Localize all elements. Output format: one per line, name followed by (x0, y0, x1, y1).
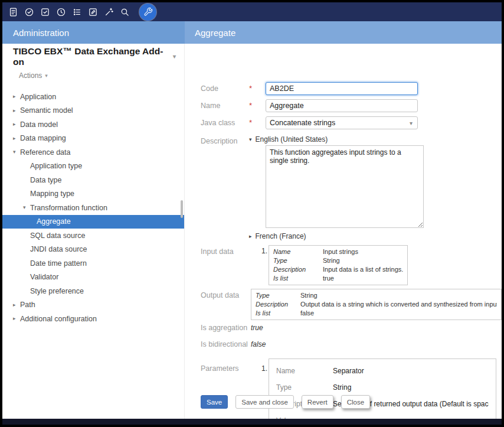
actions-label: Actions (19, 71, 42, 80)
is-aggregation-row: Is aggregation true (201, 321, 502, 332)
chevron-down-icon (249, 137, 252, 142)
chevron-right-icon (13, 108, 16, 113)
is-bidirectional-value: false (251, 338, 266, 348)
name-row: Name (201, 99, 502, 112)
locale-english-toggle[interactable]: English (United States) (249, 135, 328, 144)
description-textarea[interactable]: This function aggregates input strings t… (266, 145, 424, 228)
sidebar-item-sql-data-source[interactable]: SQL data source (2, 229, 184, 243)
sidebar-item-data-model[interactable]: Data model (2, 118, 184, 132)
record-section-title: Aggregate (195, 28, 235, 38)
record-form: Code Name Java class Concatenat (185, 44, 502, 419)
required-marker (249, 116, 266, 127)
admin-section-header: Administration (2, 21, 185, 44)
edit-icon[interactable] (87, 4, 99, 19)
sidebar-item-jndi-data-source[interactable]: JNDI data source (2, 243, 184, 257)
chevron-right-icon (13, 316, 16, 321)
sidebar-scrollbar[interactable] (181, 200, 183, 218)
section-header-bar: Administration Aggregate (2, 21, 502, 44)
save-button[interactable]: Save (201, 395, 228, 409)
sidebar-item-aggregate[interactable]: Aggregate (2, 215, 184, 229)
output-data-row: Output data TypeString DescriptionOutput… (201, 289, 502, 320)
required-marker (249, 82, 266, 93)
input-data-label: Input data (201, 245, 249, 285)
sidebar-item-application-type[interactable]: Application type (2, 159, 184, 174)
search-icon[interactable] (119, 4, 130, 19)
locale-english-label: English (United States) (256, 135, 328, 144)
close-button[interactable]: Close (341, 395, 370, 409)
chevron-right-icon (249, 234, 252, 239)
sidebar-item-validator[interactable]: Validator (2, 270, 184, 285)
sidebar-item-additional-configuration[interactable]: Additional configuration (2, 312, 184, 326)
input-data-table: NameInput strings TypeString Description… (269, 245, 408, 285)
sidebar-item-transformation-function[interactable]: Transformation function (2, 201, 184, 215)
chevron-right-icon (13, 122, 16, 127)
book-icon[interactable] (7, 4, 19, 19)
java-class-value: Concatenate strings (270, 119, 335, 127)
navigation-tree: Application Semantic model Data model Da… (2, 90, 184, 326)
wand-icon[interactable] (103, 4, 114, 19)
clock-icon[interactable] (55, 4, 67, 19)
locale-french-toggle[interactable]: French (France) (249, 232, 306, 241)
chevron-down-icon (23, 205, 26, 210)
bottom-strip (2, 419, 502, 425)
chevron-right-icon (13, 302, 16, 308)
is-bidirectional-row: Is bidirectional false (201, 338, 502, 348)
description-label: Description (201, 135, 249, 241)
dataset-title: TIBCO EBX™ Data Exchange Add-on (13, 46, 173, 67)
is-bidirectional-label: Is bidirectional (201, 338, 249, 348)
occurrence-index: 1. (261, 358, 269, 373)
action-bar: Save Save and close Revert Close (201, 395, 370, 409)
wrench-icon[interactable] (139, 4, 156, 21)
sidebar: TIBCO EBX™ Data Exchange Add-on Actions … (2, 44, 185, 419)
parameters-table: NameSeparator TypeString DescriptionSepa… (269, 358, 496, 419)
is-aggregation-label: Is aggregation (201, 321, 249, 332)
actions-menu[interactable]: Actions (19, 71, 48, 80)
chevron-down-icon (13, 149, 16, 155)
chevron-down-icon[interactable] (173, 53, 176, 60)
sidebar-item-application[interactable]: Application (2, 90, 184, 104)
sidebar-item-semantic-model[interactable]: Semantic model (2, 104, 184, 118)
output-data-label: Output data (201, 289, 249, 320)
code-label: Code (201, 82, 249, 95)
locale-french-label: French (France) (256, 232, 306, 240)
input-data-row: Input data 1. NameInput strings TypeStri… (201, 245, 502, 285)
sidebar-item-date-time-pattern[interactable]: Date time pattern (2, 256, 184, 270)
sidebar-item-mapping-type[interactable]: Mapping type (2, 187, 184, 201)
check-circle-icon[interactable] (23, 4, 35, 19)
chevron-right-icon (13, 136, 16, 141)
chevron-down-icon (410, 120, 413, 126)
revert-button[interactable]: Revert (302, 395, 333, 409)
occurrence-index: 1. (261, 245, 269, 255)
record-section-header: Aggregate (185, 21, 502, 44)
top-toolbar (2, 2, 502, 21)
name-input[interactable] (266, 99, 418, 112)
admin-section-title: Administration (13, 28, 69, 38)
checkbox-icon[interactable] (39, 4, 51, 19)
is-aggregation-value: true (251, 321, 263, 332)
chevron-right-icon (13, 94, 16, 99)
sidebar-item-data-type[interactable]: Data type (2, 173, 184, 187)
code-input[interactable] (266, 82, 418, 95)
description-row: Description English (United States) This… (201, 135, 502, 241)
parameters-row: Parameters 1. NameSeparator TypeString D… (201, 358, 502, 419)
java-class-row: Java class Concatenate strings (201, 116, 502, 129)
dataset-title-row: TIBCO EBX™ Data Exchange Add-on (2, 51, 184, 62)
code-row: Code (201, 82, 502, 95)
output-data-table: TypeString DescriptionOutput data is a s… (251, 289, 502, 320)
sidebar-item-reference-data[interactable]: Reference data (2, 145, 184, 159)
parameters-label: Parameters (201, 358, 249, 419)
java-class-label: Java class (201, 116, 249, 129)
sidebar-item-data-mapping[interactable]: Data mapping (2, 132, 184, 146)
chevron-down-icon (45, 73, 48, 79)
sidebar-item-style-preference[interactable]: Style preference (2, 284, 184, 298)
sidebar-item-path[interactable]: Path (2, 298, 184, 312)
app-window: Administration Aggregate TIBCO EBX™ Data… (0, 0, 504, 427)
save-and-close-button[interactable]: Save and close (235, 395, 294, 409)
java-class-select[interactable]: Concatenate strings (266, 116, 418, 129)
required-marker (249, 99, 266, 110)
data-list-icon[interactable] (71, 4, 83, 19)
name-label: Name (201, 99, 249, 112)
